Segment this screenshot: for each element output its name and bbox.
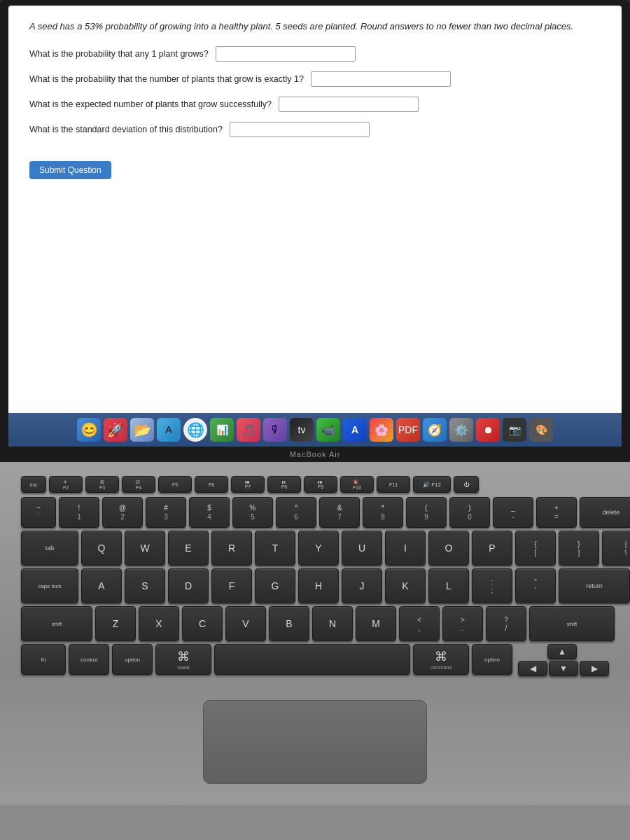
key-capslock[interactable]: caps lock [21,568,78,603]
key-2[interactable]: @2 [102,497,143,528]
key-equals[interactable]: += [536,497,577,528]
key-backtick[interactable]: ~` [21,497,56,528]
key-control-left[interactable]: control [69,644,109,675]
q2-input[interactable] [311,71,451,87]
key-arrow-left[interactable]: ◀ [518,661,547,676]
key-7[interactable]: &7 [319,497,360,528]
key-f9[interactable]: ⏭F9 [304,476,337,493]
key-option-right[interactable]: option [472,644,512,675]
key-z[interactable]: Z [95,606,136,641]
key-minus[interactable]: _- [493,497,533,528]
key-w[interactable]: W [125,531,165,566]
dock-aa-icon[interactable]: A [343,418,367,442]
key-arrow-right[interactable]: ▶ [580,661,609,676]
key-shift-left[interactable]: shift [21,606,92,641]
key-t[interactable]: T [255,531,295,566]
key-esc[interactable]: esc [21,476,46,493]
key-e[interactable]: E [168,531,209,566]
key-shift-right[interactable]: shift [529,606,615,641]
key-quote[interactable]: "' [515,568,556,603]
key-comma[interactable]: <, [399,606,440,641]
dock-files-icon[interactable]: 📂 [130,418,154,442]
key-semicolon[interactable]: :; [472,568,512,603]
key-p[interactable]: P [472,531,512,566]
dock-facetime-icon[interactable]: 📹 [316,418,340,442]
dock-photos-icon[interactable]: 🌸 [370,418,393,442]
key-c[interactable]: C [182,606,223,641]
key-fn[interactable]: fn [21,644,66,675]
key-option-left[interactable]: option [112,644,153,675]
key-3[interactable]: #3 [146,497,186,528]
dock-misc-icon[interactable]: 🎨 [529,418,553,442]
key-f6[interactable]: F6 [195,476,228,493]
key-f2[interactable]: ☀F2 [49,476,83,493]
key-tab[interactable]: tab [21,531,78,566]
q4-input[interactable] [230,122,370,137]
key-k[interactable]: K [385,568,426,603]
key-l[interactable]: L [428,568,469,603]
key-y[interactable]: Y [298,531,339,566]
touchpad[interactable] [203,700,427,784]
key-f10[interactable]: 🔇F10 [340,476,374,493]
key-a[interactable]: A [81,568,122,603]
key-f3[interactable]: ⊞F3 [85,476,119,493]
key-arrow-up[interactable]: ▲ [547,644,577,659]
key-i[interactable]: I [385,531,426,566]
key-9[interactable]: (9 [406,497,447,528]
key-1[interactable]: !1 [59,497,99,528]
key-d[interactable]: D [168,568,209,603]
key-period[interactable]: >. [442,606,483,641]
key-r[interactable]: R [211,531,252,566]
key-h[interactable]: H [298,568,339,603]
key-b[interactable]: B [269,606,309,641]
key-5[interactable]: %5 [232,497,273,528]
key-j[interactable]: J [342,568,382,603]
key-backslash[interactable]: |\ [602,531,630,566]
submit-button[interactable]: Submit Question [29,161,111,179]
key-0[interactable]: )0 [449,497,490,528]
key-n[interactable]: N [312,606,353,641]
dock-record-icon[interactable]: ⏺ [476,418,500,442]
key-q[interactable]: Q [81,531,122,566]
key-f11[interactable]: F11 [377,476,410,493]
key-v[interactable]: V [225,606,266,641]
key-delete[interactable]: delete [580,497,630,528]
dock-appstore-icon[interactable]: A [157,418,181,442]
dock-finder-icon[interactable]: 😊 [77,418,101,442]
key-s[interactable]: S [125,568,165,603]
key-space[interactable] [214,644,410,675]
key-power[interactable]: ⏻ [454,476,479,493]
key-u[interactable]: U [342,531,382,566]
key-f5[interactable]: F5 [158,476,192,493]
dock-tv-icon[interactable]: tv [290,418,314,442]
dock-stats-icon[interactable]: 📊 [210,418,234,442]
key-8[interactable]: *8 [363,497,403,528]
key-f4[interactable]: ⊟F4 [122,476,155,493]
dock-chrome-icon[interactable]: 🌐 [183,418,207,442]
key-g[interactable]: G [255,568,295,603]
dock-launchpad-icon[interactable]: 🚀 [104,418,127,442]
dock-pdf-icon[interactable]: PDF [396,418,420,442]
dock-safari-icon[interactable]: 🧭 [423,418,447,442]
key-f7[interactable]: ⏮F7 [231,476,265,493]
key-command-right[interactable]: ⌘ command [413,644,469,675]
key-f8[interactable]: ⏯F8 [267,476,301,493]
q1-input[interactable] [216,46,356,62]
key-return[interactable]: return [559,568,630,603]
key-m[interactable]: M [356,606,396,641]
key-6[interactable]: ^6 [276,497,316,528]
key-bracket-r[interactable]: }] [559,531,599,566]
key-bracket-l[interactable]: {[ [515,531,556,566]
key-command-left[interactable]: ⌘ mand [155,644,211,675]
key-f12[interactable]: 🔊 F12 [413,476,451,493]
dock-music-icon[interactable]: 🎵 [237,418,260,442]
key-x[interactable]: X [139,606,179,641]
dock-camera-icon[interactable]: 📷 [503,418,526,442]
key-arrow-down[interactable]: ▼ [549,661,578,676]
dock-podcast-icon[interactable]: 🎙 [263,418,287,442]
key-o[interactable]: O [428,531,469,566]
key-4[interactable]: $4 [189,497,230,528]
dock-settings-icon[interactable]: ⚙️ [449,418,473,442]
q3-input[interactable] [279,97,419,112]
key-slash[interactable]: ?/ [486,606,526,641]
